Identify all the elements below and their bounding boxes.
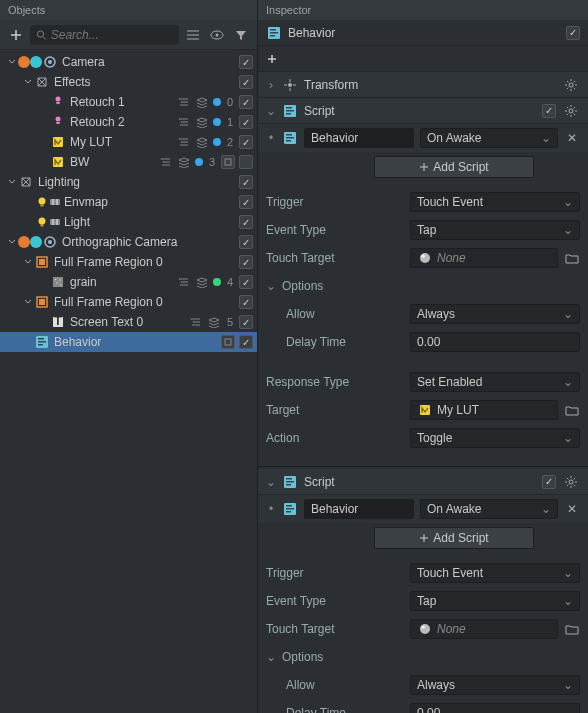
layer-stack-icon[interactable] [177, 155, 191, 169]
gear-icon[interactable] [562, 473, 580, 491]
script-name-field[interactable]: Behavior [304, 499, 414, 519]
script-enabled-checkbox[interactable] [542, 104, 556, 118]
response-type-field[interactable]: Set Enabled [410, 372, 580, 392]
target-field[interactable]: My LUT [410, 400, 558, 420]
visibility-checkbox[interactable] [239, 115, 253, 129]
visibility-checkbox[interactable] [239, 195, 253, 209]
tree-row[interactable]: Camera [0, 52, 257, 72]
visibility-checkbox[interactable] [239, 155, 253, 169]
script-name-field[interactable]: Behavior [304, 128, 414, 148]
filter-icon[interactable] [231, 25, 251, 45]
visibility-checkbox[interactable] [239, 215, 253, 229]
expand-arrow-icon[interactable] [6, 178, 18, 186]
layer-order-icon[interactable] [177, 135, 191, 149]
event-type-field[interactable]: Tap [410, 591, 580, 611]
add-script-button[interactable]: Add Script [374, 527, 534, 549]
script-header[interactable]: ⌄Script [258, 469, 588, 495]
visibility-checkbox[interactable] [239, 255, 253, 269]
folder-icon[interactable] [564, 623, 580, 635]
tree-row[interactable]: Lighting [0, 172, 257, 192]
visibility-icon[interactable] [207, 25, 227, 45]
layer-stack-icon[interactable] [195, 135, 209, 149]
gear-icon[interactable] [562, 76, 580, 94]
layer-order-icon[interactable] [177, 95, 191, 109]
layer-order-icon[interactable] [159, 155, 173, 169]
transform-header[interactable]: › Transform [258, 72, 588, 98]
layer-stack-icon[interactable] [195, 275, 209, 289]
trigger-field[interactable]: Touch Event [410, 563, 580, 583]
chevron-down-icon[interactable]: ⌄ [266, 104, 276, 118]
visibility-checkbox[interactable] [239, 235, 253, 249]
chevron-down-icon[interactable]: ⌄ [266, 650, 276, 664]
object-enabled-checkbox[interactable] [566, 26, 580, 40]
visibility-checkbox[interactable] [239, 335, 253, 349]
event-type-field[interactable]: Tap [410, 220, 580, 240]
layer-order-icon[interactable] [177, 275, 191, 289]
visibility-checkbox[interactable] [239, 55, 253, 69]
tree-row[interactable]: My LUT2 [0, 132, 257, 152]
tree-row[interactable]: Effects [0, 72, 257, 92]
tree-row[interactable]: BW3 [0, 152, 257, 172]
tree-row[interactable]: Full Frame Region 0 [0, 252, 257, 272]
expand-arrow-icon[interactable] [22, 78, 34, 86]
search-input[interactable] [51, 28, 173, 42]
visibility-checkbox[interactable] [239, 95, 253, 109]
allow-field[interactable]: Always [410, 675, 580, 695]
visibility-checkbox[interactable] [239, 295, 253, 309]
list-mode-icon[interactable] [183, 25, 203, 45]
tree-row[interactable]: Full Frame Region 0 [0, 292, 257, 312]
visibility-checkbox[interactable] [239, 135, 253, 149]
search-wrap[interactable] [30, 25, 179, 45]
visibility-checkbox[interactable] [239, 315, 253, 329]
touch-target-field[interactable]: None [410, 248, 558, 268]
add-object-button[interactable] [6, 25, 26, 45]
tree-row[interactable]: grain4 [0, 272, 257, 292]
expand-arrow-icon[interactable] [22, 258, 34, 266]
save-slot-icon[interactable] [221, 155, 235, 169]
expand-arrow-icon[interactable] [22, 298, 34, 306]
tree-row[interactable]: Retouch 10 [0, 92, 257, 112]
remove-script-button[interactable]: ✕ [564, 130, 580, 146]
trigger-field[interactable]: Touch Event [410, 192, 580, 212]
visibility-checkbox[interactable] [239, 75, 253, 89]
chevron-down-icon[interactable]: ⌄ [266, 279, 276, 293]
tree-row[interactable]: Envmap [0, 192, 257, 212]
layer-stack-icon[interactable] [195, 95, 209, 109]
tree-row[interactable]: Retouch 21 [0, 112, 257, 132]
visibility-checkbox[interactable] [239, 175, 253, 189]
add-component-button[interactable] [258, 46, 588, 72]
run-mode-select[interactable]: On Awake [420, 499, 558, 519]
layer-order-icon[interactable] [189, 315, 203, 329]
layer-order-icon[interactable] [177, 115, 191, 129]
add-script-button[interactable]: Add Script [374, 156, 534, 178]
run-mode-select[interactable]: On Awake [420, 128, 558, 148]
expand-arrow-icon[interactable] [6, 238, 18, 246]
script-header[interactable]: ⌄Script [258, 98, 588, 124]
remove-script-button[interactable]: ✕ [564, 501, 580, 517]
options-row[interactable]: ⌄Options [266, 645, 580, 669]
chevron-right-icon[interactable]: › [266, 78, 276, 92]
tree-row[interactable]: Behavior [0, 332, 257, 352]
folder-icon[interactable] [564, 252, 580, 264]
chevron-down-icon[interactable]: ⌄ [266, 475, 276, 489]
tree-row[interactable]: Orthographic Camera [0, 232, 257, 252]
tree-row[interactable]: TScreen Text 05 [0, 312, 257, 332]
tree-row[interactable]: Light [0, 212, 257, 232]
touch-target-field[interactable]: None [410, 619, 558, 639]
options-label: Options [282, 650, 580, 664]
layer-stack-icon[interactable] [195, 115, 209, 129]
visibility-checkbox[interactable] [239, 275, 253, 289]
folder-icon[interactable] [564, 404, 580, 416]
expand-arrow-icon[interactable] [6, 58, 18, 66]
delay-time-field[interactable]: 0.00 [410, 332, 580, 352]
save-slot-icon[interactable] [221, 335, 235, 349]
allow-field[interactable]: Always [410, 304, 580, 324]
gear-icon[interactable] [562, 102, 580, 120]
script-enabled-checkbox[interactable] [542, 475, 556, 489]
object-tree[interactable]: CameraEffectsRetouch 10Retouch 21My LUT2… [0, 50, 257, 713]
touch-target-row: Touch TargetNone [266, 246, 580, 270]
action-field[interactable]: Toggle [410, 428, 580, 448]
layer-stack-icon[interactable] [207, 315, 221, 329]
delay-time-field[interactable]: 0.00 [410, 703, 580, 713]
options-row[interactable]: ⌄Options [266, 274, 580, 298]
